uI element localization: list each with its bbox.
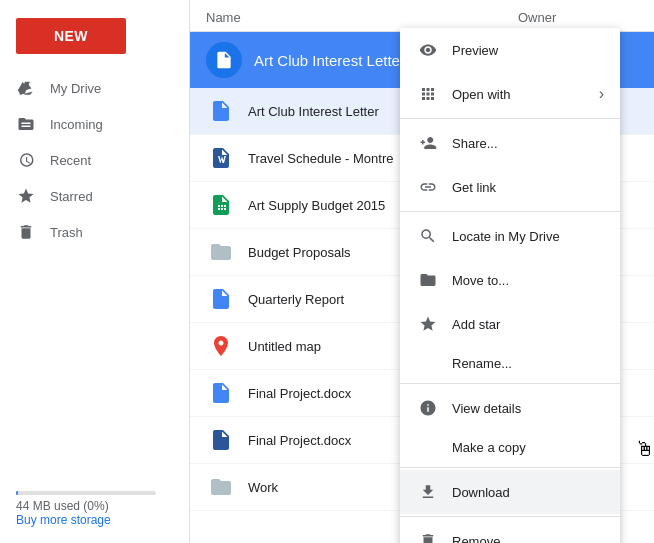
recent-icon xyxy=(16,150,36,170)
storage-bar-background xyxy=(16,491,156,495)
storage-bar-fill xyxy=(16,491,18,495)
menu-label-add-star: Add star xyxy=(452,317,500,332)
incoming-icon xyxy=(16,114,36,134)
sidebar-label-trash: Trash xyxy=(50,225,83,240)
menu-label-rename: Rename... xyxy=(452,356,512,371)
file-icon-folder xyxy=(206,237,236,267)
menu-label-locate: Locate in My Drive xyxy=(452,229,560,244)
menu-divider xyxy=(400,467,620,468)
sidebar-item-starred[interactable]: Starred xyxy=(0,178,181,214)
menu-item-preview[interactable]: Preview xyxy=(400,28,620,72)
file-name: Final Project.docx xyxy=(248,386,351,401)
file-name: Final Project.docx xyxy=(248,433,351,448)
menu-item-rename[interactable]: Rename... xyxy=(400,346,620,381)
person-add-icon xyxy=(416,131,440,155)
storage-text: 44 MB used (0%) xyxy=(16,499,173,513)
menu-divider xyxy=(400,118,620,119)
sidebar-label-starred: Starred xyxy=(50,189,93,204)
file-name: Work xyxy=(248,480,278,495)
selected-file-icon-circle xyxy=(206,42,242,78)
file-name: Untitled map xyxy=(248,339,321,354)
menu-item-locate[interactable]: Locate in My Drive xyxy=(400,214,620,258)
trash-sidebar-icon xyxy=(16,222,36,242)
file-icon-doc xyxy=(206,284,236,314)
menu-item-get-link[interactable]: Get link xyxy=(400,165,620,209)
menu-label-open-with: Open with xyxy=(452,87,511,102)
grid-icon xyxy=(416,82,440,106)
info-icon xyxy=(416,396,440,420)
download-icon xyxy=(416,480,440,504)
drive-icon xyxy=(16,78,36,98)
eye-icon xyxy=(416,38,440,62)
sidebar-item-trash[interactable]: Trash xyxy=(0,214,181,250)
col-name-header: Name xyxy=(206,10,518,25)
sidebar-label-recent: Recent xyxy=(50,153,91,168)
menu-label-preview: Preview xyxy=(452,43,498,58)
col-owner-header: Owner xyxy=(518,10,638,25)
file-name: Travel Schedule - Montre xyxy=(248,151,393,166)
new-button[interactable]: NEW xyxy=(16,18,126,54)
menu-label-get-link: Get link xyxy=(452,180,496,195)
search-icon xyxy=(416,224,440,248)
main-content: Name Owner Art Club Interest Letter Art … xyxy=(190,0,654,543)
star-icon xyxy=(416,312,440,336)
selected-file-title: Art Club Interest Letter xyxy=(254,52,405,69)
menu-item-make-copy[interactable]: Make a copy xyxy=(400,430,620,465)
file-name: Budget Proposals xyxy=(248,245,351,260)
menu-item-add-star[interactable]: Add star xyxy=(400,302,620,346)
sidebar: NEW My Drive Incoming Recent Starred Tra… xyxy=(0,0,190,543)
file-name: Art Supply Budget 2015 xyxy=(248,198,385,213)
menu-label-view-details: View details xyxy=(452,401,521,416)
file-icon-word xyxy=(206,425,236,455)
menu-item-download[interactable]: Download xyxy=(400,470,620,514)
menu-divider xyxy=(400,211,620,212)
menu-item-remove[interactable]: Remove xyxy=(400,519,620,543)
menu-label-download: Download xyxy=(452,485,510,500)
file-icon-sheet xyxy=(206,190,236,220)
menu-label-share: Share... xyxy=(452,136,498,151)
menu-divider xyxy=(400,383,620,384)
sidebar-label-incoming: Incoming xyxy=(50,117,103,132)
file-icon-map xyxy=(206,331,236,361)
starred-icon xyxy=(16,186,36,206)
sidebar-item-my-drive[interactable]: My Drive xyxy=(0,70,181,106)
sidebar-item-recent[interactable]: Recent xyxy=(0,142,181,178)
file-name: Art Club Interest Letter xyxy=(248,104,379,119)
file-name: Quarterly Report xyxy=(248,292,344,307)
menu-label-move-to: Move to... xyxy=(452,273,509,288)
sidebar-label-my-drive: My Drive xyxy=(50,81,101,96)
menu-item-view-details[interactable]: View details xyxy=(400,386,620,430)
menu-divider xyxy=(400,516,620,517)
menu-label-make-copy: Make a copy xyxy=(452,440,526,455)
link-icon xyxy=(416,175,440,199)
file-icon-word xyxy=(206,143,236,173)
buy-storage-link[interactable]: Buy more storage xyxy=(16,513,173,527)
context-menu: Preview Open with › Share... Get link xyxy=(400,28,620,543)
trash-menu-icon xyxy=(416,529,440,543)
file-icon-folder xyxy=(206,472,236,502)
menu-item-move-to[interactable]: Move to... xyxy=(400,258,620,302)
file-icon-doc xyxy=(206,96,236,126)
storage-area: 44 MB used (0%) Buy more storage xyxy=(0,473,189,543)
file-icon-doc xyxy=(206,378,236,408)
menu-item-share[interactable]: Share... xyxy=(400,121,620,165)
menu-item-open-with[interactable]: Open with › xyxy=(400,72,620,116)
arrow-right-icon: › xyxy=(599,85,604,103)
folder-icon xyxy=(416,268,440,292)
sidebar-item-incoming[interactable]: Incoming xyxy=(0,106,181,142)
menu-label-remove: Remove xyxy=(452,534,500,544)
